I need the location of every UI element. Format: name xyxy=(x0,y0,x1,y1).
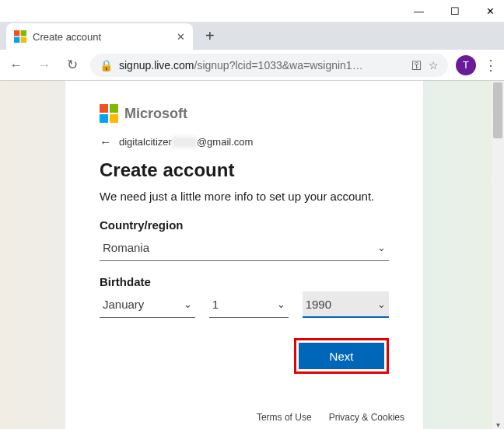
birth-year-value: 1990 xyxy=(306,298,331,311)
window-controls: — ☐ ✕ xyxy=(0,0,504,22)
identity-back-icon[interactable]: ← xyxy=(100,135,111,148)
chevron-down-icon: ⌄ xyxy=(184,298,192,310)
back-button[interactable]: ← xyxy=(6,58,26,73)
birth-day-value: 1 xyxy=(212,298,219,311)
birth-month-select[interactable]: January ⌄ xyxy=(100,291,195,318)
country-label: Country/region xyxy=(100,218,389,232)
window-maximize-button[interactable]: ☐ xyxy=(450,5,460,17)
page-title: Create account xyxy=(100,159,389,181)
identity-row[interactable]: ← digitalcitizer@gmail.com xyxy=(100,135,389,148)
address-bar[interactable]: 🔒 signup.live.com/signup?lcid=1033&wa=ws… xyxy=(90,54,448,77)
microsoft-logo: Microsoft xyxy=(100,104,389,123)
actions-row: Next xyxy=(100,338,389,374)
password-key-icon[interactable]: ⚿ xyxy=(411,59,422,72)
scrollbar-thumb[interactable] xyxy=(493,82,502,138)
svg-rect-7 xyxy=(110,114,118,123)
birth-day-select[interactable]: 1 ⌄ xyxy=(209,291,289,318)
privacy-link[interactable]: Privacy & Cookies xyxy=(329,412,404,423)
chevron-down-icon: ⌄ xyxy=(277,298,285,310)
chevron-down-icon: ⌄ xyxy=(377,242,386,253)
svg-rect-5 xyxy=(110,104,118,113)
birthdate-label: Birthdate xyxy=(100,275,389,288)
chevron-down-icon: ⌄ xyxy=(377,298,386,310)
ms-favicon-icon xyxy=(14,30,26,43)
bookmark-star-icon[interactable]: ☆ xyxy=(429,59,439,72)
browser-toolbar: ← → ↻ 🔒 signup.live.com/signup?lcid=1033… xyxy=(0,50,504,81)
microsoft-logo-icon xyxy=(100,104,118,123)
country-value: Romania xyxy=(103,241,149,254)
tab-title: Create account xyxy=(33,31,170,43)
svg-rect-2 xyxy=(14,37,19,43)
birthdate-row: January ⌄ 1 ⌄ 1990 ⌄ xyxy=(100,291,389,318)
svg-rect-0 xyxy=(14,30,19,36)
svg-rect-1 xyxy=(21,30,26,36)
next-button[interactable]: Next xyxy=(299,343,384,369)
scrollbar-down-icon[interactable]: ▾ xyxy=(492,420,504,429)
reload-button[interactable]: ↻ xyxy=(62,57,82,73)
svg-rect-6 xyxy=(100,114,108,123)
signup-card: Microsoft ← digitalcitizer@gmail.com Cre… xyxy=(65,81,423,429)
birth-year-select[interactable]: 1990 ⌄ xyxy=(303,291,389,318)
page-subtitle: We need just a little more info to set u… xyxy=(100,189,389,204)
microsoft-logo-text: Microsoft xyxy=(124,106,187,122)
legal-footer: Terms of Use Privacy & Cookies xyxy=(257,412,404,423)
birth-month-value: January xyxy=(103,298,144,311)
page-viewport: ▾ Microsoft ← digitalcitizer@gmail.com C… xyxy=(0,81,504,429)
browser-menu-button[interactable]: ⋮ xyxy=(484,57,498,74)
country-select[interactable]: Romania ⌄ xyxy=(100,235,389,261)
new-tab-button[interactable]: + xyxy=(198,27,222,50)
browser-tab[interactable]: Create account ✕ xyxy=(6,23,193,50)
svg-rect-4 xyxy=(100,104,108,113)
next-button-highlight: Next xyxy=(294,338,389,374)
forward-button: → xyxy=(34,58,54,73)
profile-avatar[interactable]: T xyxy=(456,55,476,75)
identity-email: digitalcitizer@gmail.com xyxy=(119,136,253,148)
window-minimize-button[interactable]: — xyxy=(414,5,424,17)
terms-link[interactable]: Terms of Use xyxy=(257,412,312,423)
tab-close-icon[interactable]: ✕ xyxy=(177,31,185,43)
vertical-scrollbar[interactable]: ▾ xyxy=(492,81,504,429)
svg-rect-3 xyxy=(21,37,26,43)
window-close-button[interactable]: ✕ xyxy=(486,5,495,17)
tab-bar: Create account ✕ + xyxy=(0,22,504,50)
lock-icon: 🔒 xyxy=(100,59,113,72)
url-text: signup.live.com/signup?lcid=1033&wa=wsig… xyxy=(119,59,405,72)
